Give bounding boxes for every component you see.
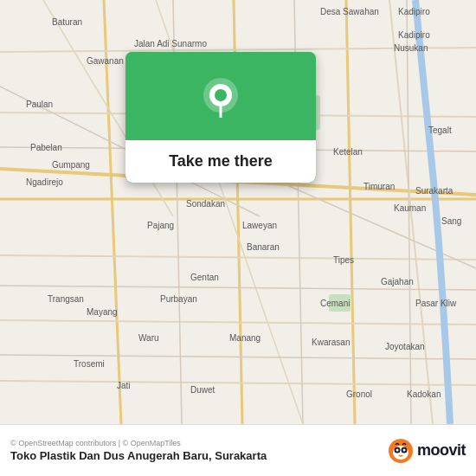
moovit-logo: moovit — [388, 438, 466, 464]
svg-line-8 — [0, 320, 476, 325]
place-name: Toko Plastik Dan Dus Anugerah Baru, Sura… — [10, 449, 267, 462]
svg-line-19 — [0, 286, 476, 290]
svg-line-20 — [0, 355, 476, 359]
map-view: Desa SawahanKadipiroBaturanKadipiroJalan… — [0, 0, 476, 424]
svg-line-9 — [0, 381, 476, 385]
moovit-owl-icon — [388, 438, 414, 464]
svg-rect-22 — [329, 294, 351, 312]
location-pin-icon — [197, 76, 244, 123]
svg-point-30 — [396, 448, 398, 451]
attribution-text: © OpenStreetMap contributors | © OpenMap… — [10, 439, 267, 447]
moovit-brand-text: moovit — [417, 441, 466, 460]
svg-point-25 — [215, 89, 227, 101]
bottom-bar: © OpenStreetMap contributors | © OpenMap… — [0, 424, 476, 476]
card-icon-area — [125, 52, 316, 140]
svg-line-2 — [104, 0, 121, 424]
take-me-there-button[interactable]: Take me there — [125, 140, 316, 183]
bottom-info: © OpenStreetMap contributors | © OpenMap… — [10, 439, 267, 462]
location-card: Take me there — [125, 52, 316, 183]
svg-point-31 — [402, 448, 405, 451]
